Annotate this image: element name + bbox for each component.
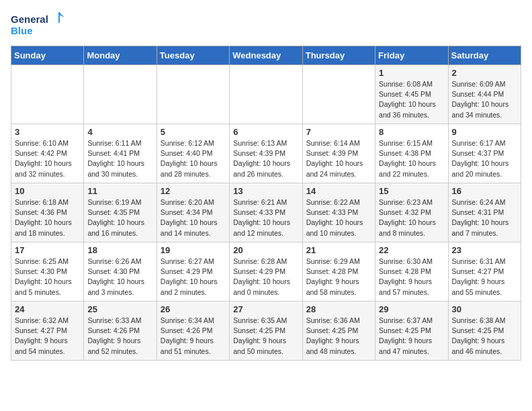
- calendar-cell: [302, 65, 375, 124]
- calendar-cell: 5Sunrise: 6:12 AM Sunset: 4:40 PM Daylig…: [157, 124, 229, 183]
- day-number: 9: [452, 127, 517, 137]
- day-info: Sunrise: 6:19 AM Sunset: 4:35 PM Dayligh…: [87, 197, 152, 238]
- calendar-cell: 9Sunrise: 6:17 AM Sunset: 4:37 PM Daylig…: [448, 124, 521, 183]
- calendar-cell: 17Sunrise: 6:25 AM Sunset: 4:30 PM Dayli…: [11, 242, 84, 302]
- calendar-cell: 2Sunrise: 6:09 AM Sunset: 4:44 PM Daylig…: [448, 65, 521, 124]
- calendar-cell: 7Sunrise: 6:14 AM Sunset: 4:39 PM Daylig…: [302, 124, 375, 183]
- day-number: 20: [233, 245, 298, 255]
- logo: General Blue: [11, 11, 64, 38]
- day-number: 28: [306, 304, 371, 314]
- svg-marker-2: [59, 12, 64, 17]
- calendar-cell: 30Sunrise: 6:38 AM Sunset: 4:25 PM Dayli…: [448, 302, 521, 361]
- calendar-cell: 28Sunrise: 6:36 AM Sunset: 4:25 PM Dayli…: [302, 302, 375, 361]
- day-number: 16: [452, 186, 517, 196]
- calendar-cell: 8Sunrise: 6:15 AM Sunset: 4:38 PM Daylig…: [375, 124, 448, 183]
- day-number: 25: [87, 304, 152, 314]
- day-info: Sunrise: 6:15 AM Sunset: 4:38 PM Dayligh…: [379, 138, 444, 179]
- day-info: Sunrise: 6:27 AM Sunset: 4:29 PM Dayligh…: [161, 257, 226, 298]
- day-info: Sunrise: 6:36 AM Sunset: 4:25 PM Dayligh…: [306, 316, 371, 357]
- day-info: Sunrise: 6:24 AM Sunset: 4:31 PM Dayligh…: [452, 197, 517, 238]
- day-info: Sunrise: 6:11 AM Sunset: 4:41 PM Dayligh…: [87, 138, 152, 179]
- calendar-cell: 26Sunrise: 6:34 AM Sunset: 4:26 PM Dayli…: [157, 302, 229, 361]
- calendar-cell: 25Sunrise: 6:33 AM Sunset: 4:26 PM Dayli…: [84, 302, 157, 361]
- day-info: Sunrise: 6:33 AM Sunset: 4:26 PM Dayligh…: [87, 316, 152, 357]
- calendar-table: SundayMondayTuesdayWednesdayThursdayFrid…: [11, 46, 521, 361]
- day-number: 19: [161, 245, 226, 255]
- calendar-cell: 27Sunrise: 6:35 AM Sunset: 4:25 PM Dayli…: [230, 302, 302, 361]
- day-number: 22: [379, 245, 444, 255]
- day-info: Sunrise: 6:38 AM Sunset: 4:25 PM Dayligh…: [452, 316, 517, 357]
- day-info: Sunrise: 6:08 AM Sunset: 4:45 PM Dayligh…: [379, 79, 444, 120]
- calendar-cell: [84, 65, 157, 124]
- day-number: 17: [15, 245, 80, 255]
- day-info: Sunrise: 6:35 AM Sunset: 4:25 PM Dayligh…: [233, 316, 298, 357]
- calendar-week-row: 1Sunrise: 6:08 AM Sunset: 4:45 PM Daylig…: [11, 65, 521, 124]
- calendar-cell: 21Sunrise: 6:29 AM Sunset: 4:28 PM Dayli…: [302, 242, 375, 302]
- col-header-monday: Monday: [84, 46, 157, 65]
- calendar-cell: 16Sunrise: 6:24 AM Sunset: 4:31 PM Dayli…: [448, 183, 521, 242]
- svg-text:Blue: Blue: [11, 25, 33, 36]
- day-number: 15: [379, 186, 444, 196]
- day-info: Sunrise: 6:22 AM Sunset: 4:33 PM Dayligh…: [306, 197, 371, 238]
- calendar-cell: 29Sunrise: 6:37 AM Sunset: 4:25 PM Dayli…: [375, 302, 448, 361]
- calendar-cell: 18Sunrise: 6:26 AM Sunset: 4:30 PM Dayli…: [84, 242, 157, 302]
- day-info: Sunrise: 6:37 AM Sunset: 4:25 PM Dayligh…: [379, 316, 444, 357]
- day-number: 11: [87, 186, 152, 196]
- day-number: 14: [306, 186, 371, 196]
- day-info: Sunrise: 6:30 AM Sunset: 4:28 PM Dayligh…: [379, 257, 444, 298]
- day-info: Sunrise: 6:26 AM Sunset: 4:30 PM Dayligh…: [87, 257, 152, 298]
- day-info: Sunrise: 6:20 AM Sunset: 4:34 PM Dayligh…: [161, 197, 226, 238]
- calendar-cell: 23Sunrise: 6:31 AM Sunset: 4:27 PM Dayli…: [448, 242, 521, 302]
- day-number: 4: [87, 127, 152, 137]
- col-header-saturday: Saturday: [448, 46, 521, 65]
- day-number: 5: [161, 127, 226, 137]
- calendar-week-row: 10Sunrise: 6:18 AM Sunset: 4:36 PM Dayli…: [11, 183, 521, 242]
- day-number: 29: [379, 304, 444, 314]
- day-info: Sunrise: 6:17 AM Sunset: 4:37 PM Dayligh…: [452, 138, 517, 179]
- calendar-cell: 14Sunrise: 6:22 AM Sunset: 4:33 PM Dayli…: [302, 183, 375, 242]
- day-number: 7: [306, 127, 371, 137]
- calendar-cell: [11, 65, 84, 124]
- day-info: Sunrise: 6:31 AM Sunset: 4:27 PM Dayligh…: [452, 257, 517, 298]
- calendar-header-row: SundayMondayTuesdayWednesdayThursdayFrid…: [11, 46, 521, 65]
- calendar-cell: 4Sunrise: 6:11 AM Sunset: 4:41 PM Daylig…: [84, 124, 157, 183]
- col-header-friday: Friday: [375, 46, 448, 65]
- day-info: Sunrise: 6:29 AM Sunset: 4:28 PM Dayligh…: [306, 257, 371, 298]
- col-header-sunday: Sunday: [11, 46, 84, 65]
- calendar-cell: 6Sunrise: 6:13 AM Sunset: 4:39 PM Daylig…: [230, 124, 302, 183]
- day-info: Sunrise: 6:18 AM Sunset: 4:36 PM Dayligh…: [15, 197, 80, 238]
- day-info: Sunrise: 6:32 AM Sunset: 4:27 PM Dayligh…: [15, 316, 80, 357]
- calendar-week-row: 3Sunrise: 6:10 AM Sunset: 4:42 PM Daylig…: [11, 124, 521, 183]
- day-info: Sunrise: 6:21 AM Sunset: 4:33 PM Dayligh…: [233, 197, 298, 238]
- day-number: 6: [233, 127, 298, 137]
- day-number: 21: [306, 245, 371, 255]
- day-number: 2: [452, 68, 517, 78]
- day-number: 10: [15, 186, 80, 196]
- calendar-cell: 1Sunrise: 6:08 AM Sunset: 4:45 PM Daylig…: [375, 65, 448, 124]
- calendar-cell: 3Sunrise: 6:10 AM Sunset: 4:42 PM Daylig…: [11, 124, 84, 183]
- day-info: Sunrise: 6:12 AM Sunset: 4:40 PM Dayligh…: [161, 138, 226, 179]
- day-info: Sunrise: 6:10 AM Sunset: 4:42 PM Dayligh…: [15, 138, 80, 179]
- day-info: Sunrise: 6:25 AM Sunset: 4:30 PM Dayligh…: [15, 257, 80, 298]
- day-number: 13: [233, 186, 298, 196]
- calendar-cell: 12Sunrise: 6:20 AM Sunset: 4:34 PM Dayli…: [157, 183, 229, 242]
- calendar-cell: 13Sunrise: 6:21 AM Sunset: 4:33 PM Dayli…: [230, 183, 302, 242]
- day-number: 1: [379, 68, 444, 78]
- col-header-tuesday: Tuesday: [157, 46, 229, 65]
- calendar-week-row: 17Sunrise: 6:25 AM Sunset: 4:30 PM Dayli…: [11, 242, 521, 302]
- calendar-cell: 20Sunrise: 6:28 AM Sunset: 4:29 PM Dayli…: [230, 242, 302, 302]
- day-info: Sunrise: 6:09 AM Sunset: 4:44 PM Dayligh…: [452, 79, 517, 120]
- calendar-cell: 19Sunrise: 6:27 AM Sunset: 4:29 PM Dayli…: [157, 242, 229, 302]
- day-number: 27: [233, 304, 298, 314]
- calendar-cell: 11Sunrise: 6:19 AM Sunset: 4:35 PM Dayli…: [84, 183, 157, 242]
- day-number: 30: [452, 304, 517, 314]
- day-number: 18: [87, 245, 152, 255]
- day-info: Sunrise: 6:34 AM Sunset: 4:26 PM Dayligh…: [161, 316, 226, 357]
- logo-svg: General Blue: [11, 11, 64, 38]
- calendar-cell: 22Sunrise: 6:30 AM Sunset: 4:28 PM Dayli…: [375, 242, 448, 302]
- calendar-cell: [157, 65, 229, 124]
- day-number: 24: [15, 304, 80, 314]
- calendar-cell: [230, 65, 302, 124]
- day-number: 23: [452, 245, 517, 255]
- day-number: 8: [379, 127, 444, 137]
